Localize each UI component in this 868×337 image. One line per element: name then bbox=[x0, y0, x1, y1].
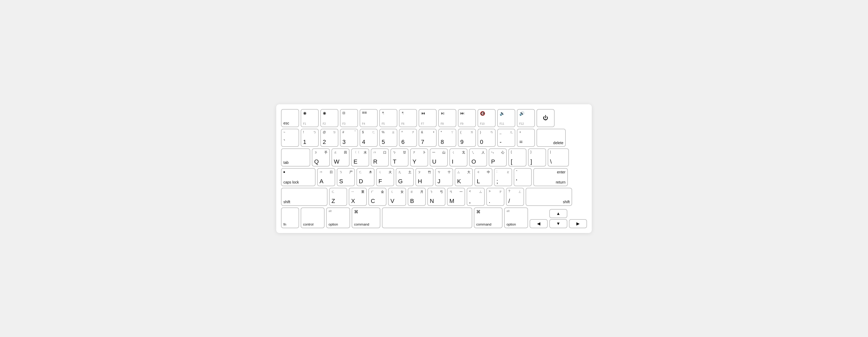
u-main: U bbox=[432, 159, 436, 165]
key-r[interactable]: ㄇ 口 R bbox=[371, 148, 389, 167]
key-fn[interactable]: fn bbox=[281, 207, 299, 228]
key-f11[interactable]: 🔉 F11 bbox=[497, 109, 515, 127]
arrow-top: ▲ bbox=[530, 209, 587, 218]
key-semicolon[interactable]: : ㄊ ; bbox=[494, 168, 512, 186]
i-cangjie: ㄑ bbox=[452, 150, 455, 155]
key-slash[interactable]: ? ㄥ / bbox=[506, 188, 524, 206]
key-b[interactable]: ㄖ 月 B bbox=[408, 188, 426, 206]
shift-left-label: shift bbox=[283, 200, 290, 204]
key-minus[interactable]: _ ㄦ - bbox=[497, 129, 515, 147]
key-u[interactable]: 一 山 U bbox=[430, 148, 448, 167]
key-g[interactable]: ㄦ 土 G bbox=[396, 168, 414, 186]
key-i[interactable]: ㄑ 戈 I bbox=[450, 148, 467, 167]
key-command-right[interactable]: ⌘ command bbox=[474, 207, 502, 228]
key-j[interactable]: ㄘ 十 J bbox=[435, 168, 453, 186]
tilde-main: ` bbox=[283, 139, 285, 145]
u-cangjie: 一 bbox=[432, 150, 435, 155]
key-f1[interactable]: ✺ F1 bbox=[301, 109, 319, 127]
key-enter[interactable]: enter return bbox=[533, 168, 568, 186]
keyboard: esc ✺ F1 ✺ F2 ⊟ F3 ⊞⊞ F4 ☀̤ F5 ☀̤ F6 ⏮ bbox=[276, 104, 592, 233]
1-shift: ! bbox=[303, 131, 304, 134]
f11-label: F11 bbox=[500, 122, 504, 125]
key-arrow-up[interactable]: ▲ bbox=[549, 209, 567, 218]
key-f6[interactable]: ☀̤ F6 bbox=[399, 109, 417, 127]
key-shift-left[interactable]: shift bbox=[281, 188, 328, 206]
key-5[interactable]: % ㄓ 5 bbox=[379, 129, 397, 147]
key-comma[interactable]: < ㄙ , bbox=[467, 188, 485, 206]
key-y[interactable]: ㄗ 卜 Y bbox=[410, 148, 428, 167]
g-main: G bbox=[398, 178, 403, 184]
key-quote[interactable]: " ' bbox=[514, 168, 532, 186]
key-t[interactable]: ㄅ 廿 T bbox=[391, 148, 408, 167]
key-f7[interactable]: ⏮ F7 bbox=[418, 109, 437, 127]
v-cangjie: ㄑ bbox=[391, 190, 394, 194]
key-shift-right[interactable]: shift bbox=[526, 188, 572, 206]
key-k[interactable]: ㄙ 大 K bbox=[455, 168, 473, 186]
key-z[interactable]: ㄈ Z bbox=[329, 188, 347, 206]
3-main: 3 bbox=[342, 139, 346, 145]
key-9[interactable]: ( ㄞ 9 bbox=[458, 129, 476, 147]
key-esc[interactable]: esc bbox=[281, 109, 299, 127]
a-zhuyin: 日 bbox=[330, 170, 333, 174]
key-f[interactable]: ㄑ 火 F bbox=[376, 168, 394, 186]
key-8[interactable]: * ㄚ 8 bbox=[438, 129, 456, 147]
key-option-left[interactable]: alt option bbox=[326, 207, 350, 228]
key-f8[interactable]: ⏯ F8 bbox=[438, 109, 456, 127]
key-e[interactable]: 〈〈 水 E bbox=[351, 148, 369, 167]
9-shift: ( bbox=[460, 131, 461, 134]
key-rbracket[interactable]: } ] bbox=[528, 148, 546, 167]
key-f10[interactable]: 🔇 F10 bbox=[477, 109, 496, 127]
comma-zhuyin: ㄙ bbox=[479, 190, 482, 194]
key-q[interactable]: ㄆ 手 Q bbox=[312, 148, 330, 167]
key-p[interactable]: ㄣ 心 P bbox=[489, 148, 507, 167]
key-d[interactable]: ㄈ 木 D bbox=[356, 168, 374, 186]
key-0[interactable]: ) ㄢ 0 bbox=[477, 129, 496, 147]
key-arrow-left[interactable]: ◀ bbox=[530, 219, 548, 228]
key-f12[interactable]: 🔊 F12 bbox=[517, 109, 535, 127]
key-f5[interactable]: ☀̤ F5 bbox=[379, 109, 397, 127]
b-cangjie: ㄖ bbox=[410, 190, 413, 194]
key-3[interactable]: # ˇ 3 bbox=[340, 129, 358, 147]
z-cangjie: ㄈ bbox=[332, 190, 335, 194]
key-command-left[interactable]: ⌘ command bbox=[352, 207, 380, 228]
key-delete[interactable]: delete bbox=[536, 129, 566, 147]
key-tilde[interactable]: ~ ` bbox=[281, 129, 299, 147]
key-n[interactable]: ㄋ 弓 N bbox=[427, 188, 445, 206]
key-7[interactable]: & • 7 bbox=[418, 129, 437, 147]
key-h[interactable]: ㄆ 竹 H bbox=[415, 168, 433, 186]
key-o[interactable]: ㄟ 人 O bbox=[469, 148, 487, 167]
key-arrow-right[interactable]: ▶ bbox=[569, 219, 587, 228]
command-right-label: command bbox=[476, 222, 500, 226]
key-backslash[interactable]: | \ bbox=[548, 148, 569, 167]
key-lbracket[interactable]: { [ bbox=[508, 148, 526, 167]
key-period[interactable]: > ㄗ . bbox=[486, 188, 504, 206]
key-v[interactable]: ㄑ 女 V bbox=[388, 188, 406, 206]
key-s[interactable]: ㄋ 尸 S bbox=[337, 168, 355, 186]
key-equals[interactable]: + = bbox=[517, 129, 535, 147]
key-space[interactable] bbox=[382, 207, 472, 228]
0-zhuyin: ㄢ bbox=[490, 131, 493, 134]
key-x[interactable]: ㄧ 重 X bbox=[349, 188, 367, 206]
f1-label: F1 bbox=[303, 122, 306, 125]
key-2[interactable]: @ ㄉ 2 bbox=[320, 129, 338, 147]
key-caps-lock[interactable]: caps lock bbox=[281, 168, 315, 186]
key-control[interactable]: control bbox=[301, 207, 324, 228]
key-c[interactable]: ㄏ 金 C bbox=[368, 188, 386, 206]
key-m[interactable]: ㄢ 一 M bbox=[447, 188, 465, 206]
key-6[interactable]: ^ ㄗ 6 bbox=[399, 129, 417, 147]
key-w[interactable]: ㄊ 田 W bbox=[332, 148, 349, 167]
key-f9[interactable]: ⏭ F9 bbox=[458, 109, 476, 127]
4-shift: $ bbox=[362, 131, 364, 134]
key-4[interactable]: $ ㄈ 4 bbox=[360, 129, 378, 147]
key-arrow-down[interactable]: ▼ bbox=[549, 219, 567, 228]
key-1[interactable]: ! ㄅ 1 bbox=[301, 129, 319, 147]
key-l[interactable]: ㄐ 中 L bbox=[474, 168, 492, 186]
key-option-right[interactable]: alt option bbox=[504, 207, 528, 228]
key-power[interactable]: ⏻ bbox=[536, 109, 555, 127]
a-cangjie: ㄇ bbox=[319, 170, 323, 174]
key-tab[interactable]: tab bbox=[281, 148, 310, 167]
key-f4[interactable]: ⊞⊞ F4 bbox=[360, 109, 378, 127]
key-f2[interactable]: ✺ F2 bbox=[320, 109, 338, 127]
key-a[interactable]: ㄇ 日 A bbox=[317, 168, 335, 186]
key-f3[interactable]: ⊟ F3 bbox=[340, 109, 358, 127]
